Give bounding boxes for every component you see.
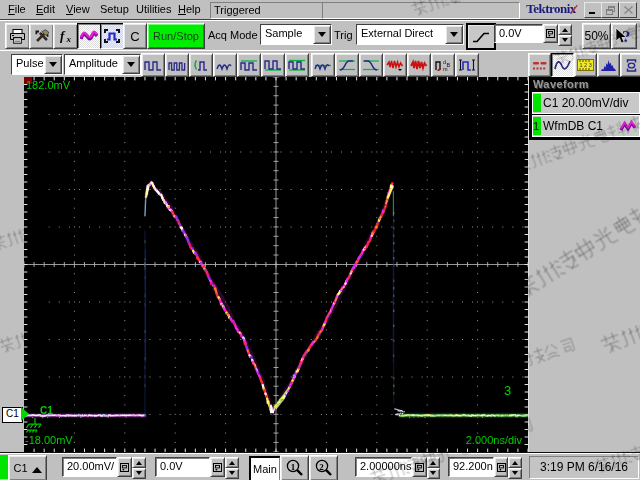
meas-pkpk-icon (288, 58, 306, 72)
vertical-scale-keypad-button[interactable] (117, 457, 132, 477)
spin-down-button[interactable] (508, 468, 522, 479)
display-dots-icon (532, 59, 548, 72)
meas-low-button[interactable] (261, 53, 285, 77)
vertical-scale-input[interactable]: 20.00mV/ (62, 457, 117, 477)
spin-up-button[interactable] (508, 457, 522, 468)
close-icon (624, 6, 633, 14)
display-dots-button[interactable] (528, 53, 551, 77)
spin-up-icon (136, 458, 142, 465)
wfmdb-color-badge: 1 (533, 117, 541, 135)
clock-display: 3:19 PM 6/16/16 (529, 456, 639, 479)
spin-up-button[interactable] (225, 457, 239, 468)
meas-pkpk-button[interactable] (285, 53, 309, 77)
spin-up-button[interactable] (558, 24, 572, 35)
display-readout-icon: 1 2 3 (577, 58, 594, 72)
meas-risetime-button[interactable] (335, 53, 359, 77)
display-readout-button[interactable]: 1 2 3 (574, 53, 597, 77)
channel-select-button[interactable]: C1 (8, 455, 47, 480)
channel-marker-arrow-icon (21, 407, 36, 421)
meas-gated-button[interactable] (455, 53, 479, 77)
timebase-main-button[interactable]: Main (249, 456, 281, 480)
left-gutter: C1 (0, 77, 24, 452)
svg-text:f: f (60, 28, 66, 43)
measure-category-dropdown-arrow[interactable] (44, 55, 62, 74)
display-vector-button[interactable] (551, 53, 574, 77)
select-waveform-button[interactable] (100, 23, 124, 49)
spin-down-button[interactable] (427, 468, 440, 479)
horizontal-position-input[interactable]: 92.200n (448, 457, 494, 477)
restore-icon (606, 6, 615, 15)
menu-help[interactable]: Help (178, 2, 201, 17)
meas-neg-overshoot-button[interactable] (407, 53, 431, 77)
meas-frequency-button[interactable] (165, 53, 189, 77)
channel-marker[interactable]: C1 (2, 407, 23, 423)
menu-edit[interactable]: Edit (36, 2, 55, 17)
acq-mode-combo[interactable]: Sample (260, 24, 332, 45)
meas-gain-button[interactable]: d B m (431, 53, 455, 77)
spin-down-icon (136, 471, 142, 478)
clear-button[interactable]: C (123, 23, 147, 49)
spin-up-button[interactable] (427, 457, 440, 468)
meas-mean-button[interactable] (213, 53, 237, 77)
set-50-percent-button[interactable]: 50% (582, 23, 611, 49)
trig-label: Trig (334, 23, 353, 47)
menu-file[interactable]: File (8, 2, 26, 17)
select-waveform-icon (103, 28, 121, 44)
trigger-slope-button[interactable] (466, 23, 496, 50)
run-stop-button[interactable]: Run/Stop (147, 23, 205, 49)
spin-up-button[interactable] (132, 457, 146, 468)
meas-pos-overshoot-button[interactable] (383, 53, 407, 77)
zoom2-button[interactable]: 2 (309, 455, 338, 480)
meas-high-button[interactable] (237, 53, 261, 77)
spin-up-icon (430, 458, 436, 465)
meas-amplitude-button[interactable] (141, 53, 165, 77)
graticule-display[interactable]: 182.0mV -18.00mV 2.000ns/div 3 C1 (24, 77, 528, 452)
meas-falltime-button[interactable] (359, 53, 383, 77)
display-eye-mask-button[interactable] (620, 53, 640, 77)
spin-down-button[interactable] (132, 468, 146, 479)
define-math-button[interactable]: f x (53, 23, 78, 49)
chevron-down-icon (127, 62, 135, 71)
magnifier-2-icon: 2 (314, 459, 334, 478)
minimize-button[interactable] (584, 2, 602, 18)
restore-button[interactable] (601, 2, 619, 18)
waveform-database-button[interactable] (77, 23, 101, 49)
zoom1-button[interactable]: 1 (280, 455, 309, 480)
spin-down-button[interactable] (225, 468, 239, 479)
chevron-down-icon (450, 32, 458, 41)
menu-utilities[interactable]: Utilities (136, 2, 171, 17)
print-icon (9, 29, 26, 44)
menu-view[interactable]: View (66, 2, 90, 17)
meas-mid-button[interactable] (311, 53, 335, 77)
measure-type-dropdown-arrow[interactable] (122, 55, 140, 74)
display-histogram-button[interactable] (597, 53, 620, 77)
acq-mode-dropdown-arrow[interactable] (313, 25, 331, 44)
meas-cycle-button[interactable] (189, 53, 213, 77)
close-button[interactable] (619, 2, 637, 18)
trigger-level-input[interactable]: 0.0V (494, 24, 543, 43)
trace-number-label: 3 (504, 383, 511, 398)
measure-type-combo[interactable]: Amplitude (64, 54, 141, 75)
trigger-level-keypad-button[interactable] (543, 24, 558, 43)
print-button[interactable] (5, 23, 30, 49)
meas-gated-icon (458, 58, 476, 72)
horizontal-position-group: 92.200n (448, 457, 522, 477)
horizontal-scale-input[interactable]: 2.00000ns (355, 457, 412, 477)
set-50-percent-label: 50% (584, 29, 608, 43)
trig-source-combo[interactable]: External Direct (356, 24, 464, 45)
measure-category-combo[interactable]: Pulse (11, 54, 63, 75)
horizontal-position-keypad-button[interactable] (494, 457, 509, 477)
setup-tools-button[interactable] (29, 23, 54, 49)
trig-source-dropdown-arrow[interactable] (445, 25, 463, 44)
waveform-row-wfmdb[interactable]: 1 WfmDB C1 (532, 115, 640, 137)
meas-risetime-icon (338, 58, 356, 72)
waveform-row-channel[interactable]: C1 20.00mV/div (532, 92, 640, 114)
vertical-offset-keypad-button[interactable] (210, 457, 225, 477)
menu-bar: File Edit View Setup Utilities Help Trig… (0, 0, 640, 20)
horizontal-scale-keypad-button[interactable] (412, 457, 426, 477)
menu-setup[interactable]: Setup (100, 2, 129, 17)
vertical-offset-input[interactable]: 0.0V (155, 457, 210, 477)
spin-down-button[interactable] (558, 35, 572, 46)
meas-pos-overshoot-icon (386, 58, 404, 72)
context-help-button[interactable]: ? (611, 23, 637, 49)
